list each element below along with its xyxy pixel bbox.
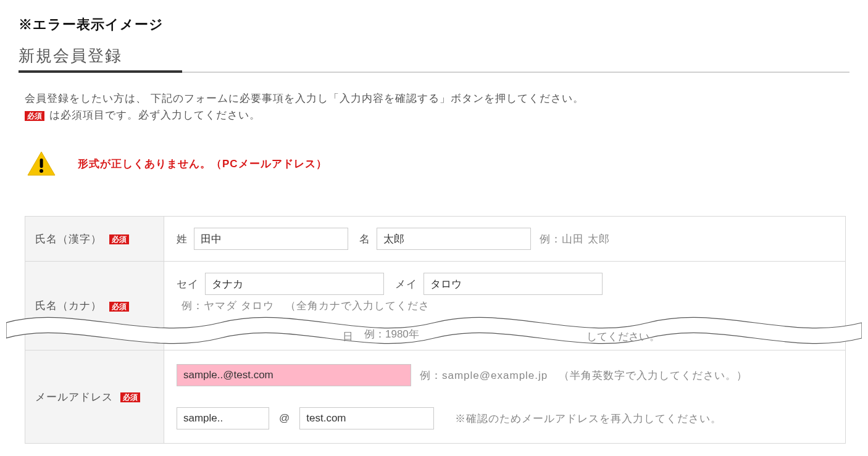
label-name-kanji-text: 氏名（漢字） — [35, 233, 102, 245]
hint-email-confirm: ※確認のためメールアドレスを再入力してください。 — [455, 412, 722, 426]
email-confirm-domain-input[interactable] — [299, 407, 434, 429]
hint-name-kanji: 例：山田 太郎 — [540, 232, 610, 246]
sublabel-sei-kana: セイ — [177, 277, 199, 291]
at-symbol: @ — [279, 412, 290, 425]
warning-icon — [27, 151, 56, 176]
last-name-kana-input[interactable] — [205, 273, 384, 295]
row-name-kana: 氏名（カナ） 必須 セイ メイ 例：ヤマダ タロウ （全角カナで入力してくださ — [25, 262, 846, 350]
description-line2: 必須 は必須項目です。必ず入力してください。 — [25, 107, 849, 123]
field-name-kanji: 姓 名 例：山田 太郎 — [164, 217, 846, 262]
first-name-kanji-input[interactable] — [377, 228, 531, 250]
label-name-kana: 氏名（カナ） 必須 — [25, 262, 164, 350]
email-confirm-local-input[interactable] — [177, 407, 269, 429]
label-name-kana-text: 氏名（カナ） — [35, 300, 102, 312]
email-input[interactable] — [177, 364, 411, 386]
description-block: 会員登録をしたい方は、 下記のフォームに必要事項を入力し「入力内容を確認する」ボ… — [19, 90, 849, 123]
svg-rect-1 — [40, 159, 43, 168]
svg-point-2 — [40, 169, 43, 173]
field-name-kana: セイ メイ 例：ヤマダ タロウ （全角カナで入力してくださ — [164, 262, 846, 350]
error-message-block: 形式が正しくありません。（PCメールアドレス） — [19, 145, 849, 194]
registration-form-table: 氏名（漢字） 必須 姓 名 例：山田 太郎 氏名（カナ） 必須 — [25, 216, 846, 444]
section-title-wrap: 新規会員登録 — [19, 45, 849, 73]
label-name-kanji: 氏名（漢字） 必須 — [25, 217, 164, 262]
hint-name-kana: 例：ヤマダ タロウ （全角カナで入力してくださ — [182, 299, 430, 313]
label-email: メールアドレス 必須 — [25, 350, 164, 444]
sublabel-mei: 名 — [359, 232, 370, 246]
hint-email: 例：sample@example.jp （半角英数字で入力してください。） — [420, 368, 748, 383]
row-name-kanji: 氏名（漢字） 必須 姓 名 例：山田 太郎 — [25, 217, 846, 262]
required-badge-icon: 必須 — [109, 234, 129, 244]
first-name-kana-input[interactable] — [424, 273, 603, 295]
row-email: メールアドレス 必須 例：sample@example.jp （半角英数字で入力… — [25, 350, 846, 444]
label-email-text: メールアドレス — [35, 391, 113, 403]
section-title-underline — [19, 70, 182, 73]
description-line2-text: は必須項目です。必ず入力してください。 — [46, 109, 261, 121]
field-email: 例：sample@example.jp （半角英数字で入力してください。） @ … — [164, 350, 846, 444]
error-example-heading: ※エラー表示イメージ — [19, 15, 849, 34]
required-badge-icon: 必須 — [25, 111, 44, 121]
error-message-text: 形式が正しくありません。（PCメールアドレス） — [78, 157, 327, 171]
required-badge-icon: 必須 — [120, 392, 140, 402]
description-line1: 会員登録をしたい方は、 下記のフォームに必要事項を入力し「入力内容を確認する」ボ… — [25, 90, 849, 107]
required-badge-icon: 必須 — [109, 302, 129, 312]
sublabel-sei: 姓 — [177, 232, 188, 246]
sublabel-mei-kana: メイ — [395, 277, 417, 291]
form-wrap: 氏名（漢字） 必須 姓 名 例：山田 太郎 氏名（カナ） 必須 — [19, 216, 849, 444]
section-title: 新規会員登録 — [19, 45, 122, 72]
last-name-kanji-input[interactable] — [194, 228, 348, 250]
